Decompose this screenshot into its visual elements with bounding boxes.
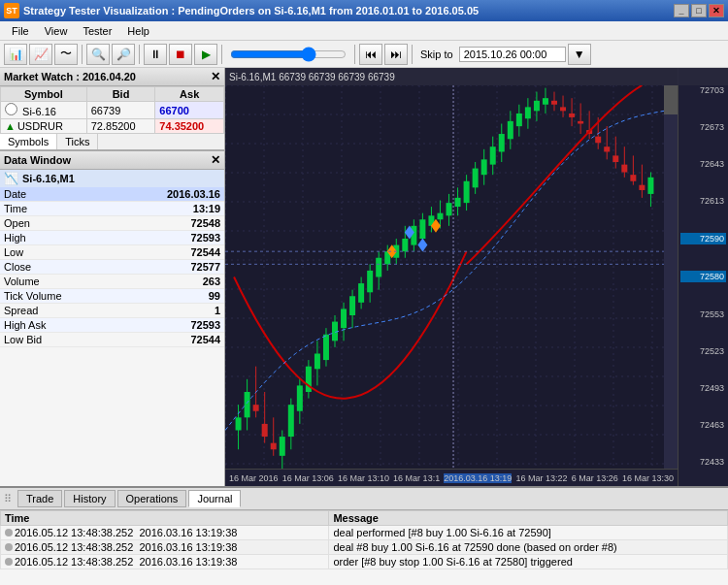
dw-row: Tick Volume99 — [0, 289, 224, 304]
dw-value: 72577 — [116, 260, 224, 275]
toolbar-go[interactable]: ▼ — [568, 44, 591, 65]
mw-si-ask: 66700 — [155, 102, 224, 119]
toolbar-sep-3 — [221, 45, 222, 64]
mw-si-radio[interactable] — [5, 103, 17, 115]
toolbar-sep-4 — [354, 45, 355, 64]
scrollbar-thumb[interactable] — [664, 85, 678, 114]
time-label: 2016.03.16 13:19 — [444, 473, 512, 483]
left-panel: Market Watch : 2016.04.20 ✕ Symbol Bid A… — [0, 68, 225, 486]
price-label: 72523 — [680, 346, 726, 356]
log-message: deal performed [#8 buy 1.00 Si-6.16 at 7… — [329, 526, 728, 540]
chart-canvas — [225, 85, 664, 469]
toolbar-sep-1 — [82, 45, 83, 64]
window-title: Strategy Tester Visualization : PendingO… — [23, 5, 674, 16]
dw-label: Time — [0, 202, 116, 216]
price-label: 72580 — [680, 271, 726, 282]
dw-value: 1 — [116, 304, 224, 318]
dw-value: 72544 — [116, 333, 224, 347]
toolbar-pause[interactable]: ⏸ — [144, 44, 167, 65]
chart-info-bar: Si-6.16,M1 66739 66739 66739 66739 — [225, 68, 728, 85]
data-window-panel: Data Window ✕ 📉 Si-6.16,M1 Date2016.03.1… — [0, 151, 224, 486]
data-window-symbol: Si-6.16,M1 — [22, 173, 75, 184]
dw-value: 2016.03.16 — [116, 187, 224, 202]
mw-col-symbol: Symbol — [1, 87, 87, 102]
skip-date-input[interactable] — [459, 47, 566, 62]
market-watch-tabs: Symbols Ticks — [0, 134, 224, 150]
toolbar-sep-5 — [412, 45, 413, 64]
mw-usdrur-symbol: ▲USDRUR — [1, 119, 87, 134]
log-row: 2016.05.12 13:48:38.252 2016.03.16 13:19… — [1, 540, 728, 555]
log-time: 2016.05.12 13:48:38.252 2016.03.16 13:19… — [1, 540, 329, 555]
market-watch-close[interactable]: ✕ — [211, 70, 220, 83]
market-watch-title: Market Watch : 2016.04.20 — [4, 71, 136, 82]
price-label: 72493 — [680, 383, 726, 393]
dw-value: 13:19 — [116, 202, 224, 216]
bottom-tab-bar: ⠿ Trade History Operations Journal — [0, 488, 728, 510]
dw-label: Spread — [0, 304, 116, 318]
menu-bar: File View Tester Help — [0, 21, 728, 41]
window-controls: _ □ ✕ — [674, 4, 724, 17]
menu-tester[interactable]: Tester — [75, 23, 119, 39]
time-label: 16 Mar 13:1 — [393, 473, 440, 483]
dw-value: 72593 — [116, 231, 224, 245]
menu-help[interactable]: Help — [119, 23, 157, 39]
maximize-button[interactable]: □ — [691, 4, 707, 17]
mw-row-usdrur[interactable]: ▲USDRUR 72.85200 74.35200 — [1, 119, 224, 134]
price-label: 72433 — [680, 457, 726, 467]
log-content: Time Message 2016.05.12 13:48:38.252 201… — [0, 510, 728, 585]
app-icon: ST — [4, 3, 19, 18]
time-label: 16 Mar 13:06 — [282, 473, 334, 483]
toolbar-play[interactable]: ▶ — [194, 44, 217, 65]
tab-journal[interactable]: Journal — [188, 490, 241, 507]
price-label: 72643 — [680, 159, 726, 169]
price-label: 72703 — [680, 85, 726, 95]
dw-value: 99 — [116, 289, 224, 304]
data-window-table: Date2016.03.16Time13:19Open72548High7259… — [0, 187, 224, 347]
skip-label: Skip to — [420, 49, 453, 60]
time-label: 16 Mar 2016 — [229, 473, 279, 483]
time-label: 16 Mar 13:10 — [338, 473, 389, 483]
data-window-symbol-header: 📉 Si-6.16,M1 — [0, 170, 224, 187]
dw-label: Low — [0, 245, 116, 260]
tab-history[interactable]: History — [64, 490, 115, 507]
dw-row: High72593 — [0, 231, 224, 245]
toolbar-btn-2[interactable]: 📈 — [29, 44, 52, 65]
menu-view[interactable]: View — [37, 23, 76, 39]
mw-si-bid: 66739 — [86, 102, 155, 119]
title-bar: ST Strategy Tester Visualization : Pendi… — [0, 0, 728, 21]
toolbar-zoom-out[interactable]: 🔎 — [112, 44, 135, 65]
data-window-close[interactable]: ✕ — [211, 153, 220, 167]
price-scale: 7270372673726437261372590725807255372523… — [678, 68, 728, 486]
toolbar-btn-1[interactable]: 📊 — [4, 44, 27, 65]
speed-slider[interactable] — [230, 47, 347, 62]
mw-row-si[interactable]: Si-6.16 66739 66700 — [1, 102, 224, 119]
dw-value: 72593 — [116, 318, 224, 333]
toolbar-sep-2 — [139, 45, 140, 64]
tab-operations[interactable]: Operations — [117, 490, 187, 507]
dw-value: 72548 — [116, 216, 224, 231]
log-time: 2016.05.12 13:48:38.252 2016.03.16 13:19… — [1, 555, 329, 569]
tab-trade[interactable]: Trade — [17, 490, 62, 507]
log-message: deal #8 buy 1.00 Si-6.16 at 72590 done (… — [329, 540, 728, 555]
menu-file[interactable]: File — [4, 23, 37, 39]
drag-handle[interactable]: ⠿ — [4, 493, 12, 505]
toolbar-prev[interactable]: ⏮ — [359, 44, 382, 65]
mw-tab-symbols[interactable]: Symbols — [0, 134, 57, 149]
toolbar-zoom-in[interactable]: 🔍 — [86, 44, 110, 65]
close-button[interactable]: ✕ — [709, 4, 724, 17]
dw-label: Open — [0, 216, 116, 231]
chart-scrollbar[interactable] — [664, 85, 678, 469]
log-message: order [#8 buy stop 1.00 Si-6.16 at 72580… — [329, 555, 728, 569]
toolbar-next[interactable]: ⏭ — [384, 44, 408, 65]
log-col-time: Time — [1, 511, 329, 526]
dw-row: Date2016.03.16 — [0, 187, 224, 202]
time-label: 6 Mar 13:26 — [572, 473, 618, 483]
chart-area: Si-6.16,M1 66739 66739 66739 66739 72703… — [225, 68, 728, 486]
toolbar-btn-3[interactable]: 〜 — [54, 44, 78, 65]
toolbar-stop[interactable]: ⏹ — [169, 44, 192, 65]
minimize-button[interactable]: _ — [674, 4, 689, 17]
dw-row: Time13:19 — [0, 202, 224, 216]
dw-label: Tick Volume — [0, 289, 116, 304]
dw-row: Close72577 — [0, 260, 224, 275]
mw-tab-ticks[interactable]: Ticks — [57, 134, 98, 149]
